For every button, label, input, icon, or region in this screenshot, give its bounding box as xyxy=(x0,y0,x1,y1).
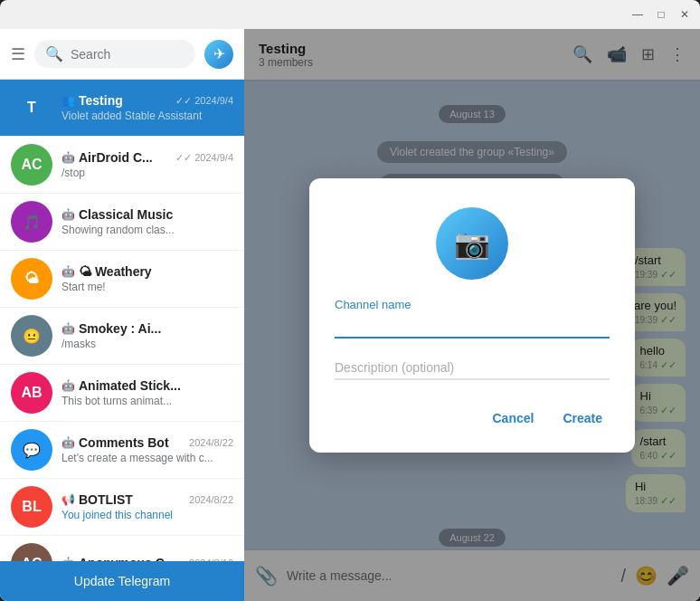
chat-time: ✓✓ 2024/9/4 xyxy=(175,95,233,107)
telegram-logo: ✈ xyxy=(204,40,233,69)
chat-name: Smokey : Ai... xyxy=(79,321,161,336)
avatar: AC xyxy=(11,144,52,186)
avatar: 🎵 xyxy=(11,201,52,243)
chat-preview: Start me! xyxy=(61,281,233,293)
hamburger-icon[interactable]: ☰ xyxy=(11,44,25,64)
create-channel-modal: 📷 Channel name Cancel Create xyxy=(309,178,635,453)
chat-type-icon: 🤖 xyxy=(61,265,75,278)
create-button[interactable]: Create xyxy=(555,405,610,431)
channel-name-field: Channel name xyxy=(335,298,610,339)
chat-area: Testing 3 members 🔍 📹 ⊞ ⋮ August 13Viole… xyxy=(244,29,700,601)
chat-item-botlist[interactable]: BL📢BOTLIST2024/8/22You joined this chann… xyxy=(0,479,244,536)
chat-info: 📢BOTLIST2024/8/22You joined this channel xyxy=(61,492,233,521)
chat-name: Testing xyxy=(79,93,123,108)
chat-preview: Violet added Stable Assistant xyxy=(61,110,233,122)
modal-actions: Cancel Create xyxy=(335,405,610,431)
avatar: 💬 xyxy=(11,429,52,471)
chat-name: BOTLIST xyxy=(79,492,133,507)
avatar: AB xyxy=(11,372,52,414)
titlebar: — □ ✕ xyxy=(0,0,700,29)
chat-item-airdroid[interactable]: AC🤖AirDroid C...✓✓ 2024/9/4/stop xyxy=(0,137,244,194)
search-bar[interactable]: 🔍 xyxy=(34,40,195,68)
chat-time: 2024/8/22 xyxy=(189,437,233,448)
chat-preview: This bot turns animat... xyxy=(61,395,233,407)
chat-info: 🤖AirDroid C...✓✓ 2024/9/4/stop xyxy=(61,150,233,179)
search-icon: 🔍 xyxy=(45,45,63,62)
channel-name-label: Channel name xyxy=(335,298,610,311)
chat-item-smokey[interactable]: 😐🤖Smokey : Ai.../masks xyxy=(0,308,244,365)
chat-preview: You joined this channel xyxy=(61,509,233,521)
description-field xyxy=(335,357,610,380)
chat-preview: /masks xyxy=(61,338,233,350)
chat-preview: Let's create a message with c... xyxy=(61,452,233,464)
chat-type-icon: 👥 xyxy=(61,94,75,107)
close-button[interactable]: ✕ xyxy=(676,6,693,23)
chat-info: 👥Testing✓✓ 2024/9/4Violet added Stable A… xyxy=(61,93,233,122)
avatar: BL xyxy=(11,486,52,528)
chat-type-icon: 🤖 xyxy=(61,151,75,164)
search-input[interactable] xyxy=(71,47,184,62)
cancel-button[interactable]: Cancel xyxy=(485,405,541,431)
maximize-button[interactable]: □ xyxy=(653,6,669,23)
app-window: — □ ✕ ☰ 🔍 ✈ T👥Testing✓✓ 2024/9/4Violet a… xyxy=(0,0,700,601)
chat-info: 🤖Comments Bot2024/8/22Let's create a mes… xyxy=(61,435,233,464)
chat-preview: /stop xyxy=(61,167,233,179)
chat-type-icon: 🤖 xyxy=(61,379,75,392)
sidebar: ☰ 🔍 ✈ T👥Testing✓✓ 2024/9/4Violet added S… xyxy=(0,29,244,601)
chat-list: T👥Testing✓✓ 2024/9/4Violet added Stable … xyxy=(0,80,244,561)
description-input[interactable] xyxy=(335,357,610,380)
chat-type-icon: 📢 xyxy=(61,493,75,506)
chat-item-animated[interactable]: AB🤖Animated Stick...This bot turns anima… xyxy=(0,365,244,422)
chat-time: 2024/8/22 xyxy=(189,494,233,505)
modal-overlay: 📷 Channel name Cancel Create xyxy=(244,29,700,601)
update-telegram-button[interactable]: Update Telegram xyxy=(0,561,244,601)
chat-info: 🤖Animated Stick...This bot turns animat.… xyxy=(61,378,233,407)
chat-name: Comments Bot xyxy=(79,435,169,450)
modal-avatar[interactable]: 📷 xyxy=(436,207,508,280)
chat-name: Animated Stick... xyxy=(79,378,181,393)
chat-name: 🌤 Weathery xyxy=(79,264,152,279)
chat-type-icon: 🤖 xyxy=(61,208,75,221)
chat-info: 🤖🌤 WeatheryStart me! xyxy=(61,264,233,293)
chat-item-testing[interactable]: T👥Testing✓✓ 2024/9/4Violet added Stable … xyxy=(0,80,244,137)
chat-info: 🤖Classical MusicShowing random clas... xyxy=(61,207,233,236)
channel-name-input[interactable] xyxy=(335,315,610,339)
avatar: T xyxy=(11,87,52,129)
chat-time: ✓✓ 2024/9/4 xyxy=(175,152,233,164)
chat-info: 🤖Smokey : Ai.../masks xyxy=(61,321,233,350)
chat-name: Classical Music xyxy=(79,207,173,222)
avatar: 😐 xyxy=(11,315,52,357)
chat-item-weathery[interactable]: 🌤🤖🌤 WeatheryStart me! xyxy=(0,251,244,308)
minimize-button[interactable]: — xyxy=(629,6,646,23)
chat-item-anonymous[interactable]: AC🤖Anonymous C...2024/8/10 xyxy=(0,536,244,561)
camera-icon: 📷 xyxy=(454,226,490,261)
sidebar-header: ☰ 🔍 ✈ xyxy=(0,29,244,80)
avatar: AC xyxy=(11,543,52,561)
chat-item-classical[interactable]: 🎵🤖Classical MusicShowing random clas... xyxy=(0,194,244,251)
chat-type-icon: 🤖 xyxy=(61,322,75,335)
modal-fields: Channel name xyxy=(335,298,610,380)
main-content: ☰ 🔍 ✈ T👥Testing✓✓ 2024/9/4Violet added S… xyxy=(0,29,700,601)
chat-type-icon: 🤖 xyxy=(61,436,75,449)
chat-preview: Showing random clas... xyxy=(61,224,233,236)
chat-name: AirDroid C... xyxy=(79,150,153,165)
avatar: 🌤 xyxy=(11,258,52,300)
chat-item-comments[interactable]: 💬🤖Comments Bot2024/8/22Let's create a me… xyxy=(0,422,244,479)
